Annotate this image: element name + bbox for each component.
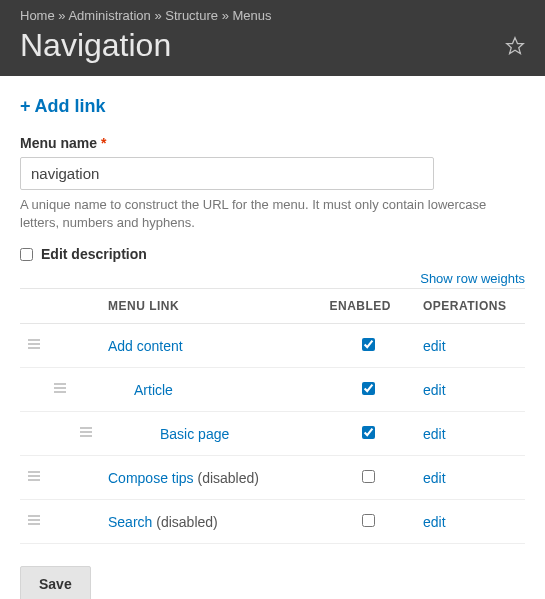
page-header: Home » Administration » Structure » Menu… [0, 0, 545, 76]
menu-name-description: A unique name to construct the URL for t… [20, 196, 525, 232]
drag-handle-icon[interactable] [28, 337, 40, 351]
col-menu-link: MENU LINK [100, 289, 321, 324]
edit-link[interactable]: edit [423, 426, 446, 442]
svg-marker-0 [507, 37, 524, 53]
menu-link-item[interactable]: Search [108, 514, 152, 530]
drag-handle-icon[interactable] [80, 425, 92, 439]
drag-handle-icon[interactable] [28, 469, 40, 483]
edit-link[interactable]: edit [423, 338, 446, 354]
menu-links-table: MENU LINK ENABLED OPERATIONS Add content… [20, 288, 525, 544]
enabled-checkbox[interactable] [362, 426, 375, 439]
table-row: Articleedit [20, 368, 525, 412]
drag-handle-icon[interactable] [28, 513, 40, 527]
menu-link-item[interactable]: Basic page [160, 426, 229, 442]
show-row-weights-link[interactable]: Show row weights [420, 271, 525, 286]
star-icon[interactable] [505, 36, 525, 56]
table-row: Compose tips (disabled)edit [20, 456, 525, 500]
menu-name-input[interactable] [20, 157, 434, 190]
content-area: + Add link Menu name * A unique name to … [0, 76, 545, 599]
disabled-suffix: (disabled) [194, 470, 259, 486]
enabled-checkbox[interactable] [362, 514, 375, 527]
menu-link-item[interactable]: Add content [108, 338, 183, 354]
breadcrumb-item[interactable]: Structure [165, 8, 218, 23]
breadcrumb-item[interactable]: Administration [68, 8, 150, 23]
edit-link[interactable]: edit [423, 470, 446, 486]
enabled-checkbox[interactable] [362, 470, 375, 483]
save-button[interactable]: Save [20, 566, 91, 599]
menu-link-item[interactable]: Article [134, 382, 173, 398]
drag-handle-icon[interactable] [54, 381, 66, 395]
edit-description-checkbox[interactable] [20, 248, 33, 261]
table-row: Add contentedit [20, 324, 525, 368]
menu-link-item[interactable]: Compose tips [108, 470, 194, 486]
col-operations: OPERATIONS [415, 289, 525, 324]
edit-description-label[interactable]: Edit description [41, 246, 147, 262]
edit-link[interactable]: edit [423, 514, 446, 530]
breadcrumb: Home » Administration » Structure » Menu… [20, 8, 525, 23]
plus-icon: + [20, 96, 31, 117]
menu-name-label: Menu name * [20, 135, 525, 151]
edit-link[interactable]: edit [423, 382, 446, 398]
enabled-checkbox[interactable] [362, 382, 375, 395]
page-title: Navigation [20, 27, 171, 64]
breadcrumb-item[interactable]: Home [20, 8, 55, 23]
table-row: Search (disabled)edit [20, 500, 525, 544]
enabled-checkbox[interactable] [362, 338, 375, 351]
col-enabled: ENABLED [321, 289, 415, 324]
disabled-suffix: (disabled) [152, 514, 217, 530]
add-link-button[interactable]: + Add link [20, 96, 106, 117]
table-row: Basic pageedit [20, 412, 525, 456]
breadcrumb-item[interactable]: Menus [233, 8, 272, 23]
